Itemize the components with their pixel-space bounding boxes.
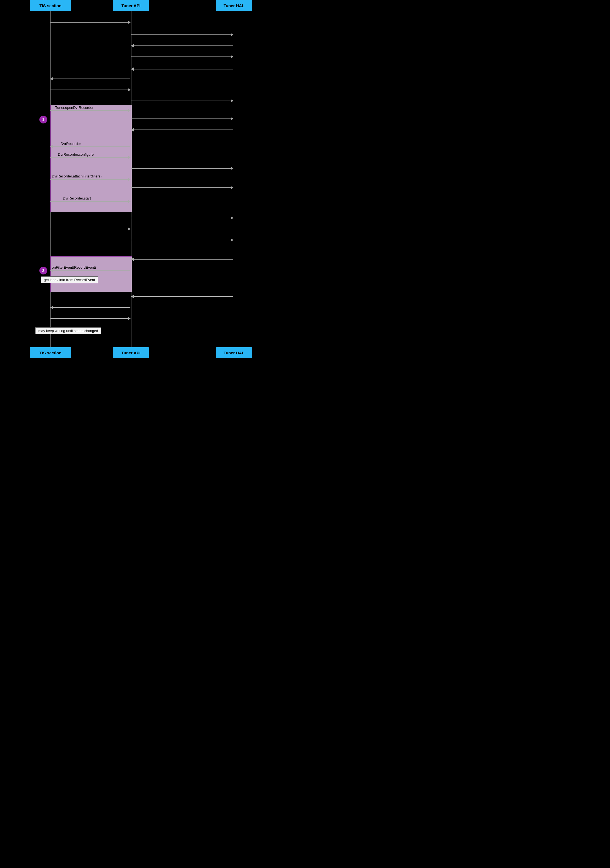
arrow-m17 (50, 201, 130, 202)
lifeline-header-tuner-api: Tuner API (113, 0, 149, 11)
arrow-m15 (50, 179, 130, 180)
arrow-m2 (131, 34, 233, 35)
arrow-m1 (50, 22, 130, 23)
tuner-hal-header-label: Tuner HAL (224, 3, 245, 8)
label-m15: DvrRecorder.attachFilter(filters) (52, 174, 102, 178)
arrow-m22 (50, 270, 130, 271)
lifeline-footer-tuner-api: Tuner API (113, 347, 149, 358)
tis-footer-label: TIS section (39, 350, 62, 355)
arrow-m14 (131, 168, 233, 169)
arrow-m6 (50, 79, 130, 79)
arrow-m13 (50, 157, 130, 158)
lifeline-header-tis: TIS section (30, 0, 71, 11)
arrow-m12 (50, 146, 130, 147)
diagram-container: TIS section Tuner API Tuner HAL 1 2 Tune… (0, 0, 254, 358)
arrow-m23 (131, 296, 233, 297)
lifeline-header-tuner-hal: Tuner HAL (216, 0, 252, 11)
tuner-api-footer-label: Tuner API (121, 350, 140, 355)
arrow-m10 (131, 118, 233, 119)
arrow-m19 (50, 229, 130, 229)
arrow-m4 (131, 56, 233, 57)
arrow-m20 (131, 240, 233, 240)
arrow-m21 (131, 259, 233, 260)
arrow-m24 (50, 307, 130, 308)
arrow-m3 (131, 45, 233, 46)
label-m12: DvrRecorder (61, 142, 81, 146)
arrow-m11 (131, 130, 233, 130)
arrow-m16 (131, 188, 233, 188)
tis-header-label: TIS section (39, 3, 62, 8)
arrow-m9 (50, 110, 130, 111)
step-badge-1: 1 (39, 116, 47, 124)
label-m9: Tuner.openDvrRecorder (55, 105, 93, 110)
label-m13: DvrRecorder.configure (58, 152, 94, 157)
tuner-hal-footer-label: Tuner HAL (224, 350, 245, 355)
lifeline-line-tuner-hal (234, 11, 234, 347)
arrow-m7 (50, 90, 130, 90)
lifeline-footer-tuner-hal: Tuner HAL (216, 347, 252, 358)
info-box-1: get index info from RecordEvent (41, 276, 98, 283)
tuner-api-header-label: Tuner API (121, 3, 140, 8)
arrow-m8 (131, 101, 233, 101)
arrow-m18 (131, 218, 233, 218)
label-m22: onFilterEvent(RecordEvent) (52, 265, 96, 270)
lifeline-footer-tis: TIS section (30, 347, 71, 358)
step-badge-2: 2 (39, 267, 47, 274)
activation-box-2 (50, 256, 132, 292)
info-box-2: may keep writing until status changed (35, 327, 101, 334)
arrow-m25 (50, 318, 130, 319)
arrow-m5 (131, 69, 233, 70)
label-m17: DvrRecorder.start (63, 196, 91, 200)
